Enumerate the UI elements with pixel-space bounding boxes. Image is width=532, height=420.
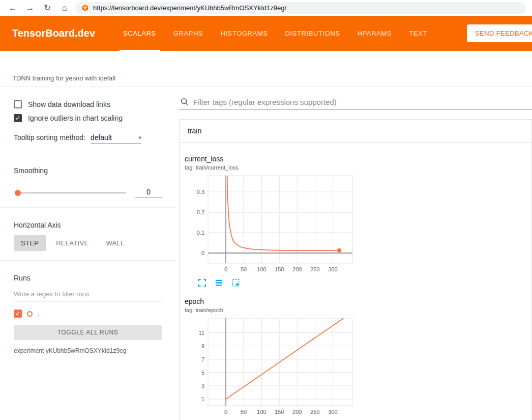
tooltip-sorting-dropdown[interactable]: default ▾ [91, 133, 141, 144]
chart-card: epoch tag: train/epoch 05010015020025030… [182, 291, 359, 420]
smoothing-section: Smoothing 0 [0, 153, 176, 208]
data-table-icon[interactable] [215, 278, 223, 287]
svg-text:3: 3 [201, 383, 204, 389]
home-icon[interactable]: ⌂ [58, 3, 71, 13]
axis-step-button[interactable]: STEP [14, 235, 46, 251]
svg-text:150: 150 [275, 266, 284, 272]
tag-filter-input[interactable] [193, 98, 532, 106]
line-chart[interactable]: 0501001502002503001357911 [185, 316, 356, 418]
svg-text:0: 0 [224, 266, 227, 272]
axis-wall-button[interactable]: WALL [99, 235, 131, 251]
tab-text[interactable]: TEXT [400, 16, 436, 51]
run-checkbox[interactable] [14, 310, 22, 318]
address-bar[interactable]: https://tensorboard.dev/experiment/yKUbh… [75, 2, 526, 14]
general-settings-section: Show data download links Ignore outliers… [0, 87, 176, 153]
svg-text:250: 250 [310, 409, 319, 415]
tag-group-title[interactable]: train [180, 120, 531, 143]
charts-grid: current_loss tag: train/current_loss 050… [180, 143, 531, 420]
experiment-id-note: experiment yKUbhb5wRmOSXYkId1z9eg [14, 347, 162, 354]
svg-text:200: 200 [292, 266, 302, 272]
smoothing-value[interactable]: 0 [135, 188, 162, 198]
svg-text:11: 11 [199, 330, 204, 336]
line-chart[interactable]: 05010015020025030000.10.20.3 [185, 174, 356, 275]
chart-actions [185, 278, 356, 287]
ignore-outliers-row[interactable]: Ignore outliers in chart scaling [14, 114, 162, 122]
svg-text:200: 200 [292, 409, 302, 415]
browser-toolbar: ← → ↻ ⌂ https://tensorboard.dev/experime… [0, 0, 532, 16]
runs-section: Runs . TOGGLE ALL RUNS experiment yKUbhb… [0, 261, 176, 363]
svg-text:9: 9 [201, 343, 204, 349]
tag-filter-row [179, 87, 532, 110]
tab-scalars[interactable]: SCALARS [114, 16, 165, 51]
expand-chart-icon[interactable] [198, 278, 206, 287]
tooltip-sorting-label: Tooltip sorting method: [14, 133, 85, 142]
settings-sidebar: Show data download links Ignore outliers… [0, 87, 176, 420]
tab-graphs[interactable]: GRAPHS [165, 16, 212, 51]
show-download-links-checkbox[interactable] [14, 100, 22, 108]
tooltip-sorting-row: Tooltip sorting method: default ▾ [14, 133, 162, 144]
smoothing-slider-row: 0 [14, 188, 162, 198]
run-list-item[interactable]: . [14, 310, 162, 318]
url-text: https://tensorboard.dev/experiment/yKUbh… [93, 4, 286, 12]
chart-tag: tag: train/epoch [185, 307, 356, 313]
back-icon[interactable]: ← [6, 3, 19, 13]
tab-distributions[interactable]: DISTRIBUTIONS [277, 16, 349, 51]
main-nav-tabs: SCALARSGRAPHSHISTOGRAMSDISTRIBUTIONSHPAR… [114, 16, 436, 51]
send-feedback-button[interactable]: SEND FEEDBACK [467, 24, 532, 42]
smoothing-slider[interactable] [17, 192, 126, 193]
svg-text:0: 0 [201, 250, 204, 256]
forward-icon[interactable]: → [23, 3, 37, 13]
run-color-swatch-icon [27, 311, 33, 317]
horizontal-axis-buttons: STEP RELATIVE WALL [14, 235, 162, 251]
toggle-all-runs-button[interactable]: TOGGLE ALL RUNS [14, 325, 162, 340]
svg-text:300: 300 [328, 409, 337, 415]
ignore-outliers-label: Ignore outliers in chart scaling [28, 114, 123, 122]
run-name: . [38, 310, 40, 318]
smoothing-label: Smoothing [14, 166, 162, 175]
svg-text:0: 0 [224, 409, 227, 415]
svg-text:1: 1 [201, 396, 204, 402]
search-icon [180, 97, 189, 106]
experiment-header: TDNN training for yesno with icefall [0, 51, 532, 87]
ignore-outliers-checkbox[interactable] [14, 114, 22, 122]
svg-text:100: 100 [257, 266, 266, 272]
app-header: TensorBoard.dev SCALARSGRAPHSHISTOGRAMSD… [0, 16, 532, 51]
smoothing-slider-thumb[interactable] [15, 190, 21, 196]
svg-text:300: 300 [328, 266, 337, 272]
chart-tag: tag: train/current_loss [185, 164, 356, 171]
app-logo[interactable]: TensorBoard.dev [12, 27, 95, 39]
svg-text:100: 100 [257, 409, 266, 415]
svg-text:50: 50 [241, 266, 247, 272]
tensorboard-favicon [81, 4, 89, 12]
axis-relative-button[interactable]: RELATIVE [49, 235, 96, 251]
runs-label: Runs [14, 274, 162, 282]
svg-text:0.3: 0.3 [197, 189, 204, 195]
scalars-dashboard: train current_loss tag: train/current_lo… [176, 87, 532, 420]
svg-text:50: 50 [241, 409, 247, 415]
show-download-links-row[interactable]: Show data download links [14, 100, 162, 108]
reload-icon[interactable]: ↻ [41, 3, 54, 13]
horizontal-axis-label: Horizontal Axis [14, 221, 162, 229]
chevron-down-icon: ▾ [138, 134, 141, 141]
svg-text:0.1: 0.1 [197, 230, 204, 236]
svg-text:250: 250 [310, 266, 319, 272]
horizontal-axis-section: Horizontal Axis STEP RELATIVE WALL [0, 208, 176, 261]
svg-text:5: 5 [201, 370, 204, 376]
tag-group-card: train current_loss tag: train/current_lo… [179, 119, 532, 420]
chart-title: epoch [185, 297, 356, 305]
svg-text:7: 7 [201, 356, 204, 362]
runs-filter-input[interactable] [14, 287, 162, 301]
tab-histograms[interactable]: HISTOGRAMS [212, 16, 276, 51]
tooltip-sorting-value: default [91, 133, 112, 142]
experiment-title: TDNN training for yesno with icefall [12, 74, 115, 82]
fit-domain-icon[interactable] [231, 278, 240, 287]
show-download-links-label: Show data download links [28, 100, 110, 108]
svg-text:150: 150 [275, 409, 284, 415]
chart-card: current_loss tag: train/current_loss 050… [182, 149, 359, 291]
svg-text:0.2: 0.2 [197, 209, 204, 215]
tab-hparams[interactable]: HPARAMS [349, 16, 401, 51]
chart-title: current_loss [185, 155, 356, 163]
